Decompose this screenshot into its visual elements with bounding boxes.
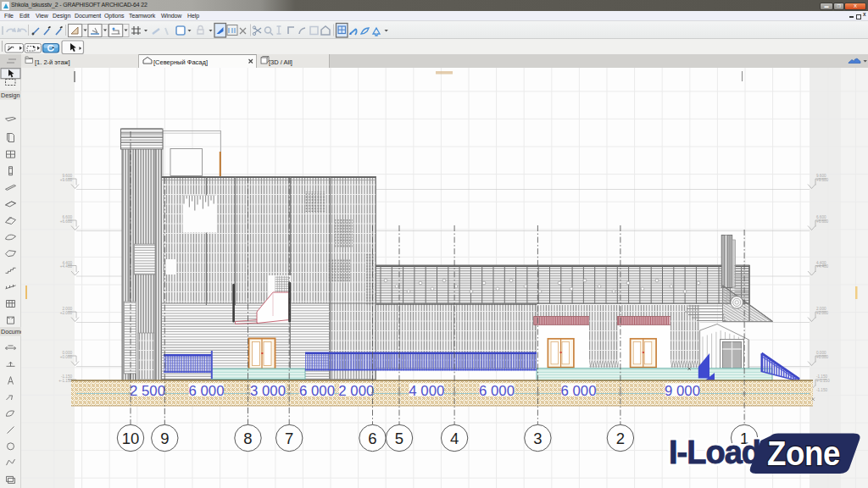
svg-text:2 500: 2 500 <box>130 383 165 399</box>
svg-text:Docume: Docume <box>1 328 21 336</box>
svg-text:+2.000: +2.000 <box>60 311 73 315</box>
svg-text:6 000: 6 000 <box>299 383 335 399</box>
svg-text:[Северный Фасад]: [Северный Фасад] <box>153 58 208 66</box>
svg-text:+2.000: +2.000 <box>816 311 829 315</box>
svg-text:5: 5 <box>395 430 403 447</box>
svg-text:3 000: 3 000 <box>250 383 286 399</box>
svg-text:6 000: 6 000 <box>479 383 515 399</box>
svg-text:2 000: 2 000 <box>338 383 374 399</box>
svg-text:+6.600: +6.600 <box>816 219 829 224</box>
svg-text:+-1.150: +-1.150 <box>816 379 830 383</box>
svg-text:+-1.150: +-1.150 <box>58 379 72 383</box>
svg-text:7: 7 <box>285 430 293 447</box>
svg-text:[1. 2-й этаж]: [1. 2-й этаж] <box>35 58 70 66</box>
svg-text:9 000: 9 000 <box>665 383 700 399</box>
svg-text:4: 4 <box>450 430 459 447</box>
svg-text:-1.150: -1.150 <box>816 388 827 392</box>
svg-text:+0.000: +0.000 <box>816 355 829 359</box>
svg-text:6 000: 6 000 <box>561 383 597 399</box>
svg-text:[3D / All]: [3D / All] <box>269 58 292 66</box>
svg-text:6: 6 <box>368 430 376 447</box>
svg-text:+0.000: +0.000 <box>60 355 73 359</box>
svg-text:+4.400: +4.400 <box>60 264 73 269</box>
svg-text:3: 3 <box>533 430 542 447</box>
svg-text:10: 10 <box>122 430 140 447</box>
svg-text:9: 9 <box>160 430 169 447</box>
svg-text:+6.600: +6.600 <box>60 219 73 224</box>
svg-text:4 000: 4 000 <box>409 383 444 399</box>
svg-text:+4.400: +4.400 <box>816 264 829 269</box>
svg-text:I-Load: I-Load <box>669 434 760 470</box>
svg-text:8: 8 <box>243 430 252 447</box>
svg-text:+9.600: +9.600 <box>60 178 73 182</box>
svg-text:Design: Design <box>1 92 19 99</box>
svg-text:6 000: 6 000 <box>189 383 225 399</box>
svg-text:Zone: Zone <box>767 434 840 473</box>
svg-text:2: 2 <box>616 430 625 447</box>
svg-text:+9.600: +9.600 <box>816 178 829 182</box>
